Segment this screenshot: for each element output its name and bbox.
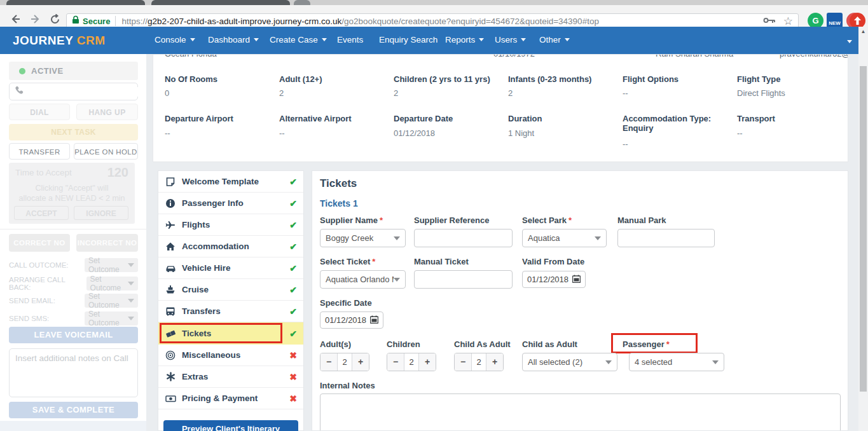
sidebar-footer-strip — [0, 421, 146, 431]
secure-label[interactable]: Secure — [83, 17, 110, 26]
url-text[interactable]: https://g2b2-207-child-as-adult-improve.… — [121, 17, 762, 26]
asterisk-icon — [165, 371, 176, 383]
section-cruise[interactable]: Cruise ✔ — [158, 279, 303, 301]
save-complete-button[interactable]: SAVE & COMPLETE — [9, 402, 138, 418]
user-menu-chevron-down-icon[interactable] — [843, 37, 852, 46]
field-value: 2 — [508, 88, 513, 98]
adults-stepper: − 2 + — [320, 353, 369, 371]
new-tab-button[interactable] — [294, 0, 310, 5]
supplier-reference-input[interactable] — [414, 229, 513, 247]
accept-note: Clicking "Accept" willallocate a NEW LEA… — [9, 183, 135, 203]
child-as-adult-value: 2 — [471, 353, 486, 371]
children-stepper: − 2 + — [387, 353, 436, 371]
children-value: 2 — [404, 353, 419, 371]
adults-value: 2 — [337, 353, 352, 371]
field-label: Flight Options — [623, 74, 679, 84]
section-extras[interactable]: Extras ✖ — [158, 366, 303, 388]
accept-button[interactable]: ACCEPT — [14, 206, 69, 220]
nav-item-other[interactable]: Other — [539, 35, 570, 44]
scrollbar-thumb[interactable] — [860, 66, 867, 392]
select-ticket-select[interactable]: Aquatica Orlando Mea — [320, 270, 406, 289]
nav-item-reports[interactable]: Reports — [445, 35, 484, 44]
section-vehicle-hire[interactable]: Vehicle Hire ✔ — [158, 257, 303, 279]
field-value: 2 — [279, 88, 284, 98]
minus-button[interactable]: − — [320, 353, 337, 371]
ignore-button[interactable]: IGNORE — [74, 206, 128, 220]
chevron-down-icon — [394, 236, 400, 240]
send-sms-select[interactable]: Set Outcome — [85, 311, 138, 325]
time-to-accept-label: Time to Accept — [15, 168, 72, 177]
section-welcome-template[interactable]: Welcome Template ✔ — [158, 171, 303, 193]
minus-button[interactable]: − — [455, 353, 471, 371]
leave-voicemail-button[interactable]: LEAVE VOICEMAIL — [9, 327, 138, 343]
phone-number-input[interactable] — [27, 87, 139, 97]
app-logo[interactable]: JOURNEY CRM — [13, 34, 106, 48]
nav-item-console[interactable]: Console — [155, 35, 195, 44]
dial-button[interactable]: DIAL — [9, 104, 70, 120]
check-icon: ✔ — [289, 285, 297, 295]
incorrect-number-button[interactable]: INCORRECT NO — [76, 234, 138, 252]
nav-item-create-case[interactable]: Create Case — [270, 35, 327, 44]
internal-notes-textarea[interactable] — [320, 393, 841, 431]
place-on-hold-button[interactable]: PLACE ON HOLD — [74, 143, 138, 160]
field-label: Alternative Airport — [279, 114, 352, 123]
manual-park-input[interactable] — [617, 229, 715, 247]
nav-item-users[interactable]: Users — [495, 35, 526, 44]
key-icon[interactable] — [763, 15, 776, 27]
section-pricing-payment[interactable]: Pricing & Payment ✖ — [158, 388, 303, 409]
chevron-down-icon — [128, 282, 134, 285]
call-outcome-select[interactable]: Set Outcome — [85, 258, 138, 272]
select-park-label: Select Park* — [522, 216, 572, 225]
next-task-button[interactable]: NEXT TASK — [9, 124, 138, 140]
internal-notes-label: Internal Notes — [320, 381, 375, 390]
call-control-sidebar: ACTIVE DIAL HANG UP NEXT TASK TRANSFER P… — [0, 54, 146, 431]
lock-icon[interactable] — [72, 15, 79, 27]
section-accommodation[interactable]: Accommodation ✔ — [158, 236, 303, 257]
plus-button[interactable]: + — [352, 353, 369, 371]
clipped-text: Ocean Florida — [165, 54, 217, 58]
correct-number-button[interactable]: CORRECT NO — [9, 234, 70, 252]
minus-button[interactable]: − — [387, 353, 404, 371]
call-notes-textarea[interactable] — [9, 348, 138, 397]
bookmark-star-icon[interactable]: ☆ — [783, 16, 793, 27]
hang-up-button[interactable]: HANG UP — [76, 104, 138, 120]
section-miscellaneous[interactable]: Miscellaneous ✖ — [158, 345, 303, 366]
cross-icon: ✖ — [289, 350, 297, 360]
field-label: Flight Type — [737, 74, 780, 84]
section-transfers[interactable]: Transfers ✔ — [158, 301, 303, 322]
plus-button[interactable]: + — [486, 353, 503, 371]
section-flights[interactable]: Flights ✔ — [158, 214, 303, 236]
field-label: Duration — [508, 114, 542, 123]
phone-icon — [15, 86, 24, 97]
arrange-callback-row: ARRANGE CALL BACK: Set Outcome — [9, 276, 138, 291]
preview-itinerary-button[interactable]: Preview Client's Itinerary — [163, 420, 298, 431]
chevron-down-icon — [394, 278, 400, 282]
child-as-adult-select[interactable]: All selected (2) — [522, 353, 617, 371]
transfer-button[interactable]: TRANSFER — [9, 143, 70, 160]
page-scrollbar[interactable]: ▲ — [858, 27, 868, 431]
passenger-select[interactable]: 4 selected — [629, 353, 724, 371]
arrange-callback-select[interactable]: Set Outcome — [86, 277, 138, 291]
supplier-name-select[interactable]: Boggy Creek — [320, 229, 406, 247]
agent-status: ACTIVE — [9, 62, 138, 80]
nav-item-dashboard[interactable]: Dashboard — [208, 35, 259, 44]
annotation-box-tickets — [160, 323, 282, 343]
scroll-up-arrow-icon[interactable]: ▲ — [858, 27, 868, 37]
browser-tab[interactable] — [6, 0, 145, 5]
chevron-down-icon — [712, 360, 719, 364]
section-passenger-info[interactable]: Passenger Info ✔ — [158, 193, 303, 214]
check-icon: ✔ — [289, 306, 297, 317]
select-park-select[interactable]: Aquatica — [522, 229, 607, 247]
section-tickets[interactable]: Tickets ✔ — [158, 322, 303, 345]
manual-ticket-input[interactable] — [414, 270, 513, 289]
field-label: Departure Airport — [165, 114, 233, 123]
browser-tab[interactable] — [151, 0, 290, 5]
specific-date-field[interactable]: 01/12/2018 — [320, 311, 383, 329]
child-as-adult-select-label: Child as Adult — [522, 339, 577, 349]
plus-button[interactable]: + — [419, 353, 436, 371]
send-email-select[interactable]: Set Outcome — [85, 294, 138, 308]
calendar-icon — [370, 315, 378, 325]
valid-from-date-field[interactable]: 01/12/2018 — [522, 271, 586, 288]
nav-item-enquiry-search[interactable]: Enquiry Search — [379, 35, 437, 44]
nav-item-events[interactable]: Events — [337, 35, 363, 44]
